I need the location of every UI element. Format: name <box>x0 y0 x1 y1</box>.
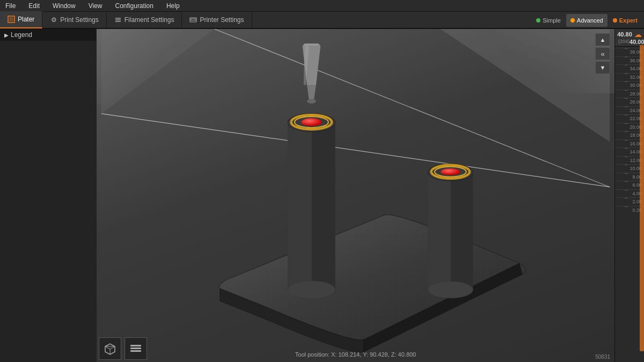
menu-view[interactable]: View <box>85 1 106 11</box>
svg-point-15 <box>288 280 335 299</box>
tool-position-label: Tool position: X: 108.214, Y: 90.428, Z:… <box>295 351 416 358</box>
mode-expert-btn[interactable]: Expert <box>609 14 642 27</box>
viewport[interactable]: ▲ « ▼ Tool position: X: 108.214, Y: 90.4… <box>97 29 614 362</box>
menu-bar: File Edit Window View Configuration Help <box>0 0 644 12</box>
expert-dot <box>613 18 617 23</box>
mode-advanced-label: Advanced <box>577 17 603 24</box>
nav-arrows: ▲ « ▼ <box>595 33 610 74</box>
ruler: 40.80 ☁ (204) 40.00 38.0036.0034.0032.00… <box>614 29 644 362</box>
tab-printer-settings-label: Printer Settings <box>200 16 244 24</box>
svg-rect-1 <box>9 17 13 21</box>
svg-marker-27 <box>303 43 321 46</box>
mode-expert-label: Expert <box>619 17 638 24</box>
legend-header[interactable]: ▶ Legend <box>0 29 96 41</box>
printer-settings-icon <box>189 16 197 24</box>
filament-settings-icon <box>114 16 122 24</box>
legend-label: Legend <box>11 31 32 39</box>
advanced-dot <box>570 18 575 23</box>
left-panel: ▶ Legend <box>0 29 97 362</box>
mode-simple-btn[interactable]: Simple <box>532 14 565 27</box>
tab-filament-settings[interactable]: Filament Settings <box>107 11 182 28</box>
ruler-top-sub: (204) <box>618 39 630 45</box>
tab-filament-settings-label: Filament Settings <box>125 16 174 24</box>
svg-point-29 <box>307 99 316 104</box>
nav-collapse-btn[interactable]: « <box>595 47 610 60</box>
cloud-icon: ☁ <box>634 30 642 39</box>
tab-print-settings[interactable]: ⚙ Print Settings <box>42 11 106 28</box>
menu-edit[interactable]: Edit <box>25 1 43 11</box>
svg-rect-6 <box>191 19 195 20</box>
mode-selector: Simple Advanced Expert <box>532 12 644 29</box>
legend-arrow-icon: ▶ <box>4 32 9 38</box>
nav-up-btn[interactable]: ▲ <box>595 33 610 46</box>
mode-simple-label: Simple <box>543 17 561 24</box>
svg-rect-35 <box>130 348 141 349</box>
status-code: 50831 <box>595 354 610 360</box>
svg-rect-36 <box>130 350 141 352</box>
svg-point-19 <box>301 118 321 126</box>
tab-bar: Plater ⚙ Print Settings Filament Setting… <box>0 12 644 29</box>
mode-advanced-btn[interactable]: Advanced <box>566 14 608 27</box>
print-settings-icon: ⚙ <box>50 16 57 24</box>
svg-point-25 <box>441 168 460 175</box>
menu-help[interactable]: Help <box>163 1 183 11</box>
ruler-top-right: 40.00 <box>630 39 644 45</box>
svg-rect-34 <box>130 345 141 346</box>
main-area: ▶ Legend <box>0 29 644 362</box>
simple-dot <box>536 18 540 23</box>
plater-icon <box>8 16 15 23</box>
tab-plater[interactable]: Plater <box>0 11 42 28</box>
tab-plater-label: Plater <box>18 16 34 23</box>
svg-line-11 <box>101 114 610 187</box>
svg-point-21 <box>428 281 473 298</box>
menu-configuration[interactable]: Configuration <box>112 1 157 11</box>
svg-marker-9 <box>440 29 610 142</box>
cube-view-btn[interactable] <box>99 337 121 360</box>
ruler-progress-bar <box>640 45 644 351</box>
tab-print-settings-label: Print Settings <box>60 16 98 24</box>
ruler-top: 40.80 ☁ (204) 40.00 <box>615 29 644 47</box>
menu-window[interactable]: Window <box>49 1 79 11</box>
nav-down-btn[interactable]: ▼ <box>595 61 610 74</box>
svg-marker-28 <box>307 85 316 101</box>
tab-printer-settings[interactable]: Printer Settings <box>182 11 252 28</box>
svg-marker-10 <box>101 29 215 114</box>
scene-svg <box>97 29 614 362</box>
layers-view-btn[interactable] <box>125 337 147 360</box>
menu-file[interactable]: File <box>2 1 19 11</box>
ruler-top-value: 40.80 <box>617 31 632 38</box>
bottom-icons <box>99 337 147 360</box>
svg-marker-32 <box>105 346 115 349</box>
